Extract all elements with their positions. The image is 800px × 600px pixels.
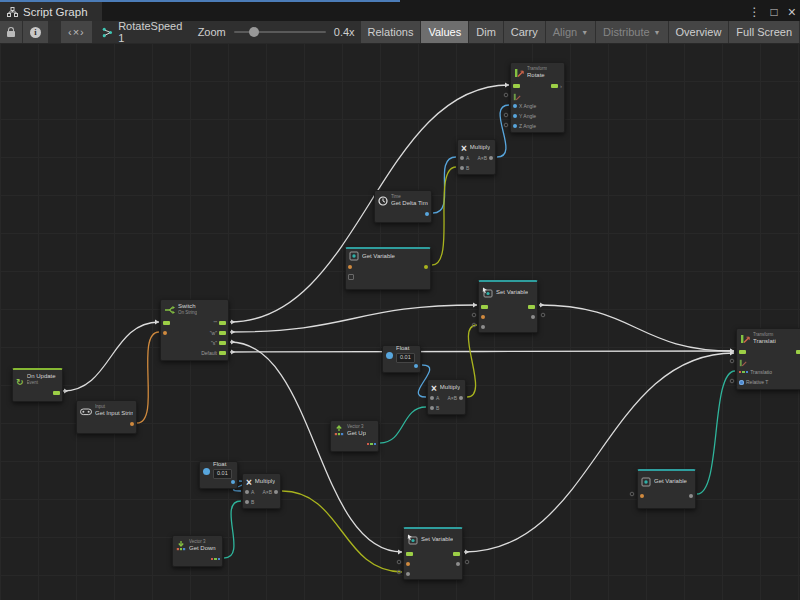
node-get-up[interactable]: Vector 3Get Up	[330, 420, 379, 452]
string-port[interactable]	[640, 494, 644, 498]
unconnected-port[interactable]	[504, 113, 508, 117]
vector3-port[interactable]	[367, 443, 376, 445]
unconnected-port[interactable]	[504, 93, 508, 97]
node-switch[interactable]: SwitchOn String"""w""s"Default	[160, 299, 229, 361]
graph-canvas[interactable]: TransformRotate›X AngleY AngleZ Angle×Mu…	[0, 43, 800, 600]
flow-port[interactable]	[481, 305, 488, 309]
float-port[interactable]	[513, 124, 517, 128]
wire-object[interactable]	[467, 325, 477, 397]
float-port[interactable]	[425, 212, 429, 216]
value-port[interactable]	[689, 494, 693, 498]
wire-vector[interactable]	[697, 371, 735, 494]
toolbar-button-dim[interactable]: Dim	[469, 21, 503, 43]
value-port[interactable]	[460, 166, 464, 170]
toolbar-button-overview[interactable]: Overview	[669, 21, 729, 43]
inspect-button[interactable]: i	[23, 21, 48, 43]
node-set-variable-1[interactable]: Set Variable	[478, 280, 538, 333]
toolbar-button-carry[interactable]: Carry	[504, 21, 545, 43]
lock-button[interactable]	[0, 21, 22, 43]
flow-port[interactable]	[219, 331, 226, 335]
node-get-input[interactable]: InputGet Input Strin	[76, 400, 137, 434]
collapse-button[interactable]: ‹×›	[61, 21, 92, 43]
node-float-1[interactable]: Float0.01	[382, 345, 421, 373]
node-get-delta-time[interactable]: TimeGet Delta Time	[374, 190, 432, 223]
node-get-variable-1[interactable]: Get Variable	[345, 247, 431, 290]
value-port[interactable]	[531, 315, 535, 319]
zoom-slider[interactable]	[234, 31, 326, 33]
node-translate[interactable]: TransformTranslatiTranslatioRelative T	[736, 328, 800, 390]
unconnected-port[interactable]	[730, 359, 734, 363]
maximize-icon[interactable]: □	[771, 5, 778, 19]
flow-port[interactable]	[528, 305, 535, 309]
unconnected-port[interactable]	[630, 492, 634, 496]
window-menu-icon[interactable]: ⋮	[749, 5, 761, 19]
flow-port[interactable]	[219, 351, 226, 355]
value-port[interactable]	[481, 325, 485, 329]
string-port[interactable]	[130, 422, 134, 426]
value-port[interactable]	[489, 156, 493, 160]
unconnected-port[interactable]	[465, 560, 469, 564]
flow-port[interactable]	[163, 321, 170, 325]
vector3-port[interactable]	[211, 558, 220, 560]
object-port[interactable]	[424, 265, 428, 269]
node-multiply-2[interactable]: ×MultiplyAA×BB	[427, 379, 466, 415]
value-port[interactable]	[460, 156, 464, 160]
node-value-input[interactable]: 0.01	[213, 469, 232, 478]
wire-vector[interactable]	[380, 407, 426, 443]
string-port[interactable]	[406, 562, 410, 566]
node-rotate[interactable]: TransformRotate›X AngleY AngleZ Angle	[510, 62, 565, 133]
flow-port[interactable]	[453, 552, 460, 556]
flow-port[interactable]	[796, 350, 800, 354]
unconnected-port[interactable]	[472, 313, 476, 317]
value-port[interactable]	[430, 396, 434, 400]
flow-port[interactable]	[219, 321, 226, 325]
zoom-slider-handle[interactable]	[249, 27, 259, 37]
vector3-port[interactable]	[739, 371, 748, 373]
value-port[interactable]	[459, 396, 463, 400]
float-port[interactable]	[513, 104, 517, 108]
value-port[interactable]	[274, 490, 278, 494]
flow-port[interactable]	[53, 391, 60, 395]
unconnected-port[interactable]	[397, 560, 401, 564]
value-port[interactable]	[406, 572, 410, 576]
toolbar-button-full-screen[interactable]: Full Screen	[729, 21, 799, 43]
node-value-input[interactable]: 0.01	[396, 353, 415, 362]
string-port[interactable]	[481, 315, 485, 319]
node-multiply-3[interactable]: ×MultiplyAA×BB	[242, 473, 281, 509]
wire-vector[interactable]	[224, 501, 241, 558]
float-port[interactable]	[231, 480, 235, 484]
flow-port[interactable]	[551, 84, 558, 88]
unconnected-port[interactable]	[730, 379, 734, 383]
string-port[interactable]	[348, 265, 352, 269]
node-on-update[interactable]: ↻On UpdateEvent	[12, 368, 63, 402]
globe-port[interactable]	[739, 380, 744, 385]
node-multiply-1[interactable]: ×MultiplyAA×BB	[457, 139, 496, 175]
node-float-2[interactable]: Float0.01	[199, 461, 238, 489]
float-port[interactable]	[513, 114, 517, 118]
graph-breadcrumb[interactable]: RotateSpeed 1	[94, 21, 191, 43]
wire-string[interactable]	[137, 332, 159, 423]
value-port[interactable]	[430, 406, 434, 410]
unconnected-port[interactable]	[541, 313, 545, 317]
toolbar-button-values[interactable]: Values	[421, 21, 468, 43]
flow-port[interactable]	[219, 341, 226, 345]
wire-flow[interactable]	[230, 305, 477, 332]
value-port[interactable]	[245, 500, 249, 504]
unconnected-port[interactable]	[504, 123, 508, 127]
toolbar-button-relations[interactable]: Relations	[361, 21, 421, 43]
wire-flow[interactable]	[63, 322, 159, 391]
wire-float[interactable]	[497, 105, 509, 157]
node-set-variable-2[interactable]: Set Variable	[403, 527, 463, 580]
wire-object[interactable]	[282, 491, 402, 572]
wire-flow[interactable]	[230, 351, 734, 352]
value-port[interactable]	[245, 490, 249, 494]
close-icon[interactable]: ×	[788, 4, 796, 20]
node-get-variable-2[interactable]: Get Variable	[637, 469, 696, 509]
wire-flow[interactable]	[464, 353, 734, 552]
wire-flow[interactable]	[539, 305, 734, 351]
kind-port[interactable]	[348, 274, 354, 280]
float-port[interactable]	[414, 364, 418, 368]
value-port[interactable]	[456, 562, 460, 566]
tab-script-graph[interactable]: Script Graph	[0, 2, 102, 21]
flow-port[interactable]	[406, 552, 413, 556]
